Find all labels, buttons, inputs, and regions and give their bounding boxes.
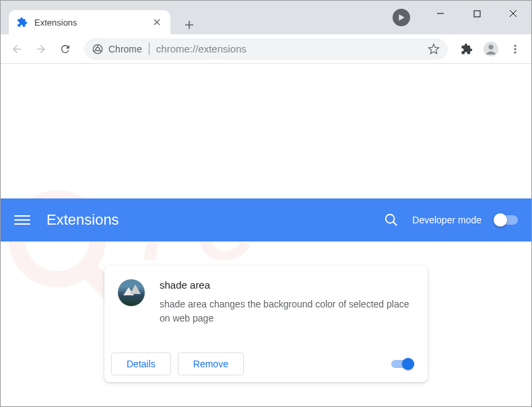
profile-avatar-button[interactable] xyxy=(480,38,502,60)
omnibox-url: chrome://extensions xyxy=(156,43,246,54)
extensions-header: Extensions Developer mode xyxy=(1,198,531,242)
omnibox-divider xyxy=(149,43,149,55)
forward-button[interactable] xyxy=(30,38,52,60)
svg-point-12 xyxy=(386,215,395,223)
extension-card: shade area shade area changes the backgr… xyxy=(104,266,428,382)
reload-button[interactable] xyxy=(55,38,76,60)
browser-tab[interactable]: Extensions xyxy=(9,10,170,34)
close-window-button[interactable] xyxy=(495,1,531,26)
media-control-icon[interactable] xyxy=(393,9,410,26)
search-icon[interactable] xyxy=(384,213,399,227)
window-controls xyxy=(422,1,531,26)
extension-description: shade area changes the background color … xyxy=(160,297,414,326)
hamburger-menu-icon[interactable] xyxy=(14,212,30,228)
svg-point-6 xyxy=(489,44,494,49)
page-title: Extensions xyxy=(46,211,119,229)
extension-puzzle-icon xyxy=(17,17,28,28)
svg-line-13 xyxy=(393,222,397,226)
content-area: PC risk.com Extensions Developer mode sh… xyxy=(1,64,531,407)
browser-toolbar: Chrome chrome://extensions xyxy=(1,34,531,64)
svg-point-7 xyxy=(514,44,516,46)
chrome-icon xyxy=(92,44,103,54)
extensions-body: shade area shade area changes the backgr… xyxy=(1,242,531,406)
address-bar[interactable]: Chrome chrome://extensions xyxy=(84,38,448,60)
tab-strip: Extensions xyxy=(1,1,199,34)
extension-icon xyxy=(118,279,145,306)
omnibox-label: Chrome xyxy=(108,44,142,54)
new-tab-button[interactable] xyxy=(180,15,199,34)
svg-point-8 xyxy=(514,48,516,50)
menu-button[interactable] xyxy=(504,38,526,60)
minimize-button[interactable] xyxy=(422,1,459,26)
svg-marker-0 xyxy=(399,14,404,21)
bookmark-star-icon[interactable] xyxy=(428,43,440,55)
back-button[interactable] xyxy=(6,38,28,60)
remove-button[interactable]: Remove xyxy=(178,353,244,375)
developer-mode-label: Developer mode xyxy=(412,215,481,225)
tab-title: Extensions xyxy=(34,17,152,28)
svg-point-9 xyxy=(514,51,516,53)
details-button[interactable]: Details xyxy=(111,353,171,375)
maximize-button[interactable] xyxy=(459,1,495,26)
svg-rect-2 xyxy=(474,11,480,17)
svg-point-4 xyxy=(96,47,99,50)
extension-name: shade area xyxy=(160,279,414,291)
developer-mode-toggle[interactable] xyxy=(495,215,518,225)
tab-close-icon[interactable] xyxy=(152,17,162,28)
window-titlebar: Extensions xyxy=(1,1,531,34)
extensions-button[interactable] xyxy=(456,38,477,60)
extension-enable-toggle[interactable] xyxy=(391,360,413,368)
